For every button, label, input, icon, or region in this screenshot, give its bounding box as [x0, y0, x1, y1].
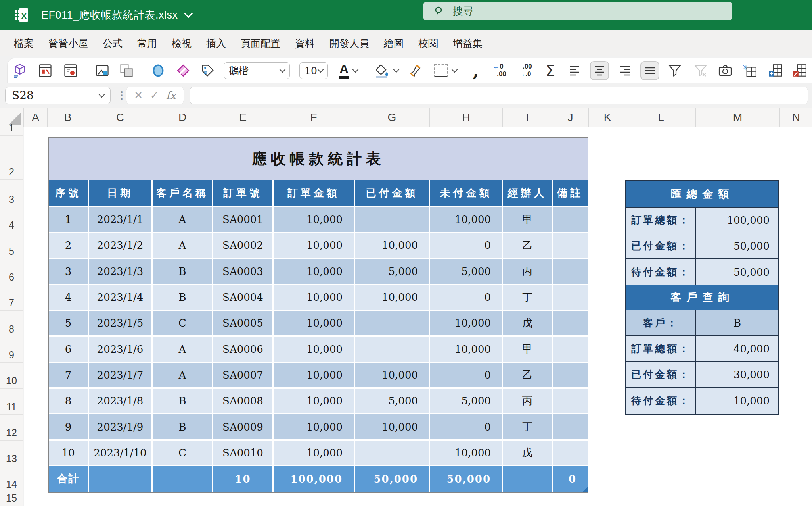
- total-cell[interactable]: [89, 466, 153, 492]
- table-cell[interactable]: 2023/1/2: [89, 233, 153, 258]
- oval-shape-icon[interactable]: [149, 61, 168, 80]
- table-cell[interactable]: [553, 285, 588, 310]
- table-cell[interactable]: 10,000: [274, 285, 355, 310]
- table-cell[interactable]: 丁: [503, 285, 553, 310]
- table-cell[interactable]: 5,000: [355, 389, 430, 413]
- column-header-B[interactable]: B: [47, 108, 88, 127]
- table-cell[interactable]: SA0002: [213, 233, 274, 258]
- panel-value[interactable]: 10,000: [696, 388, 778, 414]
- table-cell[interactable]: [553, 414, 588, 439]
- table-cell[interactable]: A: [153, 233, 213, 258]
- eraser-icon[interactable]: [174, 61, 193, 80]
- formula-bar-handle[interactable]: ⋮: [117, 87, 127, 104]
- row-header-7[interactable]: 7: [0, 285, 23, 311]
- menu-item-插入[interactable]: 插入: [206, 37, 226, 50]
- total-cell[interactable]: 100,000: [274, 466, 355, 492]
- table-cell[interactable]: 甲: [503, 337, 553, 361]
- align-right-icon[interactable]: [615, 61, 634, 80]
- table-cell[interactable]: [355, 441, 430, 465]
- table-cell[interactable]: 0: [430, 414, 503, 439]
- table-cell[interactable]: 10,000: [430, 207, 503, 232]
- table-cell[interactable]: 2023/1/5: [89, 311, 153, 335]
- menu-item-繪圖[interactable]: 繪圖: [384, 37, 404, 50]
- insert-cells-icon[interactable]: [766, 61, 785, 80]
- table-cell[interactable]: 10,000: [274, 441, 355, 465]
- menu-item-檢視[interactable]: 檢視: [172, 37, 192, 50]
- table-cell[interactable]: SA0008: [213, 389, 274, 413]
- column-header-cell-已付金額[interactable]: 已付金額: [355, 180, 430, 206]
- format-painter-icon[interactable]: [406, 61, 425, 80]
- table-cell[interactable]: 5,000: [430, 389, 503, 413]
- panel-value[interactable]: B: [696, 310, 778, 335]
- column-header-N[interactable]: N: [779, 108, 812, 127]
- table-cell[interactable]: SA0006: [213, 337, 274, 361]
- table-cell[interactable]: [553, 337, 588, 361]
- row-header-3[interactable]: 3: [0, 180, 23, 207]
- table-cell[interactable]: SA0003: [213, 259, 274, 284]
- table-cell[interactable]: SA0005: [213, 311, 274, 335]
- column-header-H[interactable]: H: [429, 108, 502, 127]
- table-cell[interactable]: B: [153, 285, 213, 310]
- menu-item-贊贊小屋[interactable]: 贊贊小屋: [48, 37, 88, 50]
- table-cell[interactable]: 10,000: [274, 311, 355, 335]
- column-header-I[interactable]: I: [502, 108, 552, 127]
- table-cell[interactable]: SA0001: [213, 207, 274, 232]
- title-chevron-down-icon[interactable]: [184, 9, 193, 18]
- column-header-cell-客戶名稱[interactable]: 客戶名稱: [153, 180, 213, 206]
- panel-label[interactable]: 客戶：: [626, 310, 696, 335]
- table-cell[interactable]: A: [153, 337, 213, 361]
- table-cell[interactable]: 0: [430, 363, 503, 387]
- table-cell[interactable]: 2023/1/6: [89, 337, 153, 361]
- table-cell[interactable]: [553, 259, 588, 284]
- table-cell[interactable]: [553, 441, 588, 465]
- panel-value[interactable]: 30,000: [696, 362, 778, 387]
- menu-item-校閱[interactable]: 校閱: [418, 37, 438, 50]
- total-cell[interactable]: [503, 466, 553, 492]
- table-cell[interactable]: 戊: [503, 311, 553, 335]
- fill-color-chevron-icon[interactable]: [393, 67, 400, 73]
- insert-function-icon[interactable]: fx: [166, 89, 176, 102]
- panel-value[interactable]: 50,000: [696, 259, 778, 285]
- column-header-A[interactable]: A: [23, 108, 47, 127]
- table-cell[interactable]: SA0004: [213, 285, 274, 310]
- table-cell[interactable]: 10,000: [274, 389, 355, 413]
- row-header-11[interactable]: 11: [0, 389, 23, 415]
- align-middle-icon[interactable]: [640, 61, 659, 80]
- table-cell[interactable]: 2023/1/7: [89, 363, 153, 387]
- table-cell[interactable]: 2: [49, 233, 89, 258]
- total-cell[interactable]: [153, 466, 213, 492]
- table-cell[interactable]: [553, 207, 588, 232]
- comma-style-icon[interactable]: ,: [466, 61, 485, 80]
- menu-item-頁面配置[interactable]: 頁面配置: [241, 37, 280, 50]
- fill-handle[interactable]: [582, 486, 588, 492]
- table-cell[interactable]: SA0010: [213, 441, 274, 465]
- column-header-cell-經辦人[interactable]: 經辦人: [503, 180, 553, 206]
- column-header-cell-訂單金額[interactable]: 訂單金額: [274, 180, 355, 206]
- table-cell[interactable]: 10,000: [355, 233, 430, 258]
- table-cell[interactable]: 丙: [503, 259, 553, 284]
- table-cell[interactable]: 10,000: [274, 233, 355, 258]
- table-cell[interactable]: 10,000: [355, 285, 430, 310]
- table-cell[interactable]: 2023/1/8: [89, 389, 153, 413]
- menu-item-檔案[interactable]: 檔案: [14, 37, 34, 50]
- document-title[interactable]: EF011_應收帳款統計表.xlsx: [41, 0, 192, 30]
- font-name-select[interactable]: 鵝楷: [224, 62, 290, 79]
- filter-icon[interactable]: [665, 61, 684, 80]
- table-cell[interactable]: 5,000: [355, 259, 430, 284]
- column-header-cell-日期[interactable]: 日期: [89, 180, 153, 206]
- table-cell[interactable]: 10: [49, 441, 89, 465]
- borders-button[interactable]: [434, 61, 457, 80]
- row-header-9[interactable]: 9: [0, 337, 23, 363]
- table-cell[interactable]: 10,000: [274, 337, 355, 361]
- camera-icon[interactable]: [716, 61, 735, 80]
- record-macro-icon[interactable]: [61, 61, 80, 80]
- panel-label[interactable]: 訂單總額：: [626, 208, 696, 233]
- table-cell[interactable]: SA0007: [213, 363, 274, 387]
- total-cell[interactable]: 10: [213, 466, 274, 492]
- menu-item-常用[interactable]: 常用: [137, 37, 157, 50]
- table-cell[interactable]: 8: [49, 389, 89, 413]
- column-header-D[interactable]: D: [152, 108, 213, 127]
- font-color-chevron-icon[interactable]: [352, 67, 359, 73]
- table-cell[interactable]: 1: [49, 207, 89, 232]
- table-cell[interactable]: 10,000: [355, 363, 430, 387]
